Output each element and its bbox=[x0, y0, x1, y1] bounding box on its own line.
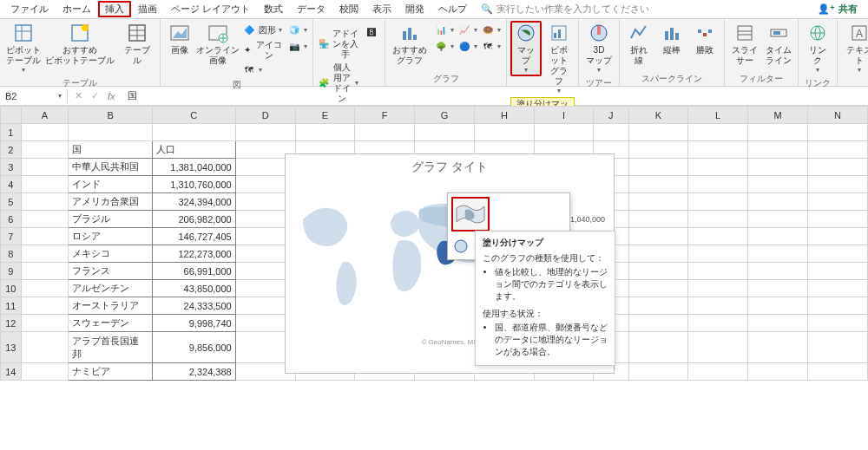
get-addin-button[interactable]: 🏪アドインを入手 bbox=[317, 28, 360, 61]
slicer-button[interactable]: スライサー bbox=[728, 21, 761, 68]
cell-M6[interactable] bbox=[748, 211, 808, 228]
cell-L8[interactable] bbox=[688, 245, 748, 263]
col-header-G[interactable]: G bbox=[415, 107, 475, 124]
cell-A1[interactable] bbox=[21, 124, 69, 141]
row-header-12[interactable]: 12 bbox=[1, 315, 22, 332]
cell-K11[interactable] bbox=[628, 297, 688, 315]
cell-K9[interactable] bbox=[628, 263, 688, 280]
scatter-chart-button[interactable]: 🔵▾ bbox=[456, 39, 479, 55]
recommend-pivot-button[interactable]: おすすめ ピボットテーブル bbox=[44, 21, 115, 68]
row-header-5[interactable]: 5 bbox=[1, 193, 22, 211]
cell-C9[interactable]: 66,991,000 bbox=[152, 263, 235, 280]
row-header-7[interactable]: 7 bbox=[1, 228, 22, 245]
cell-L3[interactable] bbox=[688, 159, 748, 176]
cell-M9[interactable] bbox=[748, 263, 808, 280]
cell-N3[interactable] bbox=[808, 159, 868, 176]
cell-B8[interactable]: メキシコ bbox=[69, 245, 153, 263]
cell-K4[interactable] bbox=[628, 176, 688, 193]
column-chart-button[interactable]: 📊▾ bbox=[432, 23, 456, 38]
row-header-1[interactable]: 1 bbox=[1, 124, 22, 141]
cell-M2[interactable] bbox=[748, 141, 808, 159]
row-header-14[interactable]: 14 bbox=[1, 363, 22, 381]
cell-N12[interactable] bbox=[808, 315, 868, 332]
cell-C5[interactable]: 324,394,000 bbox=[152, 193, 235, 211]
surface-chart-button[interactable]: 🗺▾ bbox=[479, 39, 503, 55]
col-header-N[interactable]: N bbox=[808, 107, 868, 124]
cell-K13[interactable] bbox=[628, 332, 688, 363]
shapes-button[interactable]: 🔷図形▾ bbox=[240, 23, 284, 38]
cell-J1[interactable] bbox=[594, 124, 628, 141]
cell-M10[interactable] bbox=[748, 280, 808, 297]
sparkline-winloss-button[interactable]: 勝敗 bbox=[689, 21, 720, 57]
cell-N14[interactable] bbox=[808, 363, 868, 381]
cell-A7[interactable] bbox=[21, 228, 69, 245]
cell-K10[interactable] bbox=[628, 280, 688, 297]
cell-C3[interactable]: 1,381,040,000 bbox=[152, 159, 235, 176]
cell-M12[interactable] bbox=[748, 315, 808, 332]
cell-N7[interactable] bbox=[808, 228, 868, 245]
row-header-10[interactable]: 10 bbox=[1, 280, 22, 297]
col-header-H[interactable]: H bbox=[474, 107, 534, 124]
cell-L1[interactable] bbox=[688, 124, 748, 141]
cell-F1[interactable] bbox=[355, 124, 415, 141]
row-header-2[interactable]: 2 bbox=[1, 141, 22, 159]
cell-A5[interactable] bbox=[21, 193, 69, 211]
col-header-I[interactable]: I bbox=[534, 107, 593, 124]
menu-view[interactable]: 表示 bbox=[365, 1, 398, 17]
cell-C8[interactable]: 122,273,000 bbox=[152, 245, 235, 263]
cell-K2[interactable] bbox=[628, 141, 688, 159]
cell-K6[interactable] bbox=[628, 211, 688, 228]
share-button[interactable]: 👤⁺ 共有 bbox=[811, 1, 865, 17]
cell-C6[interactable]: 206,982,000 bbox=[152, 211, 235, 228]
cell-L14[interactable] bbox=[688, 363, 748, 381]
cell-A6[interactable] bbox=[21, 211, 69, 228]
cell-B10[interactable]: アルゼンチン bbox=[69, 280, 153, 297]
cell-M7[interactable] bbox=[748, 228, 808, 245]
screenshot-button[interactable]: 📷▾ bbox=[286, 39, 309, 55]
row-header-11[interactable]: 11 bbox=[1, 297, 22, 315]
menu-draw[interactable]: 描画 bbox=[131, 1, 164, 17]
cell-B12[interactable]: スウェーデン bbox=[69, 315, 153, 332]
cell-I1[interactable] bbox=[534, 124, 593, 141]
cell-C7[interactable]: 146,727,405 bbox=[152, 228, 235, 245]
hierarchy-chart-button[interactable]: 🌳▾ bbox=[432, 39, 456, 55]
recommend-chart-button[interactable]: おすすめ グラフ bbox=[389, 21, 431, 68]
cell-L12[interactable] bbox=[688, 315, 748, 332]
menu-home[interactable]: ホーム bbox=[56, 1, 98, 17]
cell-L7[interactable] bbox=[688, 228, 748, 245]
cell-C2[interactable]: 人口 bbox=[152, 141, 235, 159]
tell-me-search[interactable]: 🔍 実行したい作業を入力してください bbox=[481, 3, 649, 16]
bing-maps-button[interactable]: 🅱 bbox=[362, 21, 381, 47]
cell-N8[interactable] bbox=[808, 245, 868, 263]
cell-A4[interactable] bbox=[21, 176, 69, 193]
col-header-J[interactable]: J bbox=[594, 107, 628, 124]
cell-B1[interactable] bbox=[69, 124, 153, 141]
cell-M5[interactable] bbox=[748, 193, 808, 211]
cell-L11[interactable] bbox=[688, 297, 748, 315]
sparkline-line-button[interactable]: 折れ線 bbox=[623, 21, 654, 68]
row-header-3[interactable]: 3 bbox=[1, 159, 22, 176]
cell-L13[interactable] bbox=[688, 332, 748, 363]
cell-L2[interactable] bbox=[688, 141, 748, 159]
line-chart-button[interactable]: 📈▾ bbox=[456, 23, 479, 38]
cell-B2[interactable]: 国 bbox=[69, 141, 153, 159]
cell-M1[interactable] bbox=[748, 124, 808, 141]
pivot-table-button[interactable]: ピボット テーブル ▾ bbox=[3, 21, 43, 76]
pivot-chart-button[interactable]: ピボットグラフ ▾ bbox=[543, 21, 575, 97]
cell-C14[interactable]: 2,324,388 bbox=[152, 363, 235, 381]
cell-A8[interactable] bbox=[21, 245, 69, 263]
cell-N6[interactable] bbox=[808, 211, 868, 228]
select-all-corner[interactable] bbox=[1, 107, 22, 124]
cell-L10[interactable] bbox=[688, 280, 748, 297]
row-header-8[interactable]: 8 bbox=[1, 245, 22, 263]
col-header-C[interactable]: C bbox=[152, 107, 235, 124]
cell-N2[interactable] bbox=[808, 141, 868, 159]
filled-map-option[interactable] bbox=[451, 197, 490, 232]
cell-K12[interactable] bbox=[628, 315, 688, 332]
my-addin-button[interactable]: 🧩個人用アドイン▾ bbox=[317, 62, 360, 105]
menu-formulas[interactable]: 数式 bbox=[257, 1, 290, 17]
cell-K14[interactable] bbox=[628, 363, 688, 381]
cell-B4[interactable]: インド bbox=[69, 176, 153, 193]
menu-file[interactable]: ファイル bbox=[3, 1, 56, 17]
cell-C10[interactable]: 43,850,000 bbox=[152, 280, 235, 297]
